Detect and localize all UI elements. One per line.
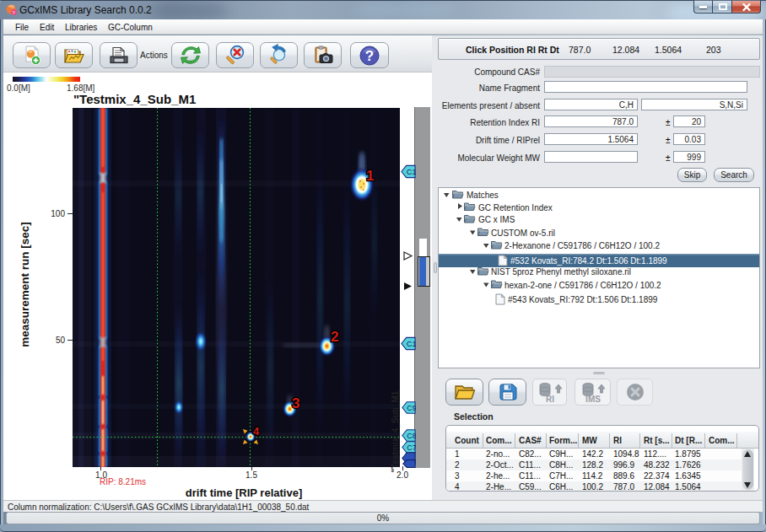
svg-text:hexan-2-one / C591786 / C6H12O: hexan-2-one / C591786 / C6H12O / 100.2 xyxy=(504,281,661,290)
svg-text:C9: C9 xyxy=(407,404,416,412)
svg-text:IMS: IMS xyxy=(585,395,601,403)
svg-text:3: 3 xyxy=(292,395,299,411)
svg-text:GC x IMS: GC x IMS xyxy=(478,215,515,224)
svg-text:RI: RI xyxy=(546,395,554,403)
svg-text:C1: C1 xyxy=(407,339,416,348)
svg-text:#532 Kovats_RI:784.2 Dt:1.506: #532 Kovats_RI:784.2 Dt:1.506 Dt:1.1899 xyxy=(510,256,667,266)
svg-text:2-Hexanone / C591786 / C6H12O: 2-Hexanone / C591786 / C6H12O / 100.2 xyxy=(504,241,660,250)
svg-text:C1: C1 xyxy=(407,167,416,176)
svg-text:#543 Kovats_RI:792 Dt:1.506 Dt: #543 Kovats_RI:792 Dt:1.506 Dt:1.1899 xyxy=(508,295,658,304)
svg-text:Matches: Matches xyxy=(467,191,499,200)
svg-text:C8: C8 xyxy=(407,432,416,440)
svg-text:4: 4 xyxy=(253,425,260,438)
svg-text:?: ? xyxy=(365,48,374,64)
svg-text:NIST 5proz Phenyl methyl silox: NIST 5proz Phenyl methyl siloxane.ril xyxy=(491,267,631,277)
svg-text:1: 1 xyxy=(366,168,374,184)
svg-text:CUSTOM ov-5.ril: CUSTOM ov-5.ril xyxy=(491,228,555,238)
svg-text:GC Retention Index: GC Retention Index xyxy=(478,203,553,212)
svg-text:2: 2 xyxy=(331,329,338,345)
